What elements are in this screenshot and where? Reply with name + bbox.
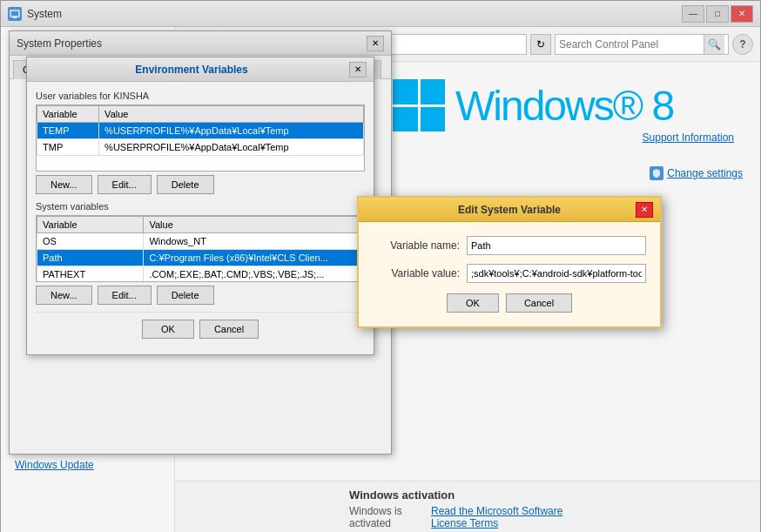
sys-var-value-0: Windows_NT <box>144 233 364 250</box>
window-title: System <box>27 8 62 20</box>
sys-new-button[interactable]: New... <box>36 286 92 305</box>
user-vars-container: Variable Value TEMP %USERPROFILE%¥AppDat… <box>36 104 365 172</box>
sys-var-name-1: Path <box>37 250 144 266</box>
system-vars-container: Variable Value OS Windows_NT Path C:¥Pro… <box>36 215 365 282</box>
env-ok-button[interactable]: OK <box>142 320 194 339</box>
logo-square-tr <box>421 79 446 104</box>
edit-var-title: Edit System Variable <box>383 204 636 216</box>
table-row[interactable]: TEMP %USERPROFILE%¥AppData¥Local¥Temp <box>37 123 364 139</box>
logo-square-tl <box>393 79 418 104</box>
registered-mark: ® <box>613 83 642 129</box>
sys-col-value: Value <box>144 217 364 233</box>
maximize-button[interactable]: □ <box>706 5 729 23</box>
var-value-label: Variable value: <box>373 267 460 279</box>
system-vars-scroll[interactable]: Variable Value OS Windows_NT Path C:¥Pro… <box>37 216 364 281</box>
titlebar-controls: — □ ✕ <box>682 5 753 23</box>
edit-var-close[interactable]: ✕ <box>636 202 653 218</box>
edit-var-titlebar: Edit System Variable ✕ <box>359 198 660 222</box>
license-link[interactable]: Read the Microsoft Software License Term… <box>431 505 586 529</box>
env-vars-title: Environment Variables <box>34 64 349 76</box>
env-vars-close[interactable]: ✕ <box>349 62 367 77</box>
system-properties-title: System Properties <box>17 37 102 50</box>
sys-var-value-1: C:¥Program Files (x86)¥Intel¥CLS Clien..… <box>144 250 364 266</box>
user-var-value-1: %USERPROFILE%¥AppData¥Local¥Temp <box>99 139 364 156</box>
change-settings-text: Change settings <box>667 167 743 179</box>
windows-logo-squares <box>393 79 445 131</box>
edit-ok-cancel-row: OK Cancel <box>373 293 646 313</box>
var-name-input[interactable] <box>467 236 646 255</box>
minimize-button[interactable]: — <box>682 5 704 23</box>
logo-square-bl <box>393 107 418 132</box>
support-info-link[interactable]: Support Information <box>643 131 734 144</box>
user-vars-table: Variable Value TEMP %USERPROFILE%¥AppDat… <box>37 105 364 156</box>
svg-rect-2 <box>12 17 17 18</box>
user-var-name-1: TMP <box>37 139 99 156</box>
activation-title: Windows activation <box>349 488 586 502</box>
refresh-button[interactable]: ↻ <box>530 34 551 55</box>
var-value-row: Variable value: <box>373 264 646 283</box>
search-container: 🔍 <box>555 34 729 55</box>
system-properties-close[interactable]: ✕ <box>367 36 384 51</box>
table-row[interactable]: PATHEXT .COM;.EXE;.BAT;.CMD;.VBS;.VBE;.J… <box>37 266 364 282</box>
user-vars-scroll[interactable]: Variable Value TEMP %USERPROFILE%¥AppDat… <box>37 105 364 171</box>
titlebar-left: System <box>8 7 62 21</box>
table-row[interactable]: TMP %USERPROFILE%¥AppData¥Local¥Temp <box>37 139 364 156</box>
env-ok-cancel-row: OK Cancel <box>36 312 365 346</box>
edit-var-body: Variable name: Variable value: OK Cancel <box>359 222 660 327</box>
svg-rect-1 <box>13 17 17 18</box>
sidebar-item-windows-update[interactable]: Windows Update <box>15 459 161 471</box>
var-name-label: Variable name: <box>373 239 460 252</box>
activation-status: Windows is activated <box>349 505 424 529</box>
sys-delete-button[interactable]: Delete <box>157 286 214 305</box>
env-vars-body: User variables for KINSHA Variable Value… <box>27 82 374 354</box>
change-settings-link[interactable]: Change settings <box>650 166 743 180</box>
var-name-row: Variable name: <box>373 236 646 255</box>
sys-var-name-2: PATHEXT <box>37 266 144 282</box>
user-var-value-0: %USERPROFILE%¥AppData¥Local¥Temp <box>99 123 364 139</box>
user-var-name-0: TEMP <box>37 123 99 139</box>
table-row[interactable]: OS Windows_NT <box>37 233 364 250</box>
sys-var-value-2: .COM;.EXE;.BAT;.CMD;.VBS;.VBE;.JS;... <box>144 266 364 282</box>
windows-logo: Windows® 8 <box>393 79 673 131</box>
windows-logo-text: Windows <box>455 83 613 129</box>
version-text: 8 <box>651 83 673 129</box>
svg-rect-0 <box>10 10 19 17</box>
user-vars-btn-row: New... Edit... Delete <box>36 175 365 194</box>
env-cancel-button[interactable]: Cancel <box>199 320 259 339</box>
col-value: Value <box>99 106 364 123</box>
system-vars-label: System variables <box>36 201 365 212</box>
edit-system-var-dialog: Edit System Variable ✕ Variable name: Va… <box>357 196 662 328</box>
search-input[interactable] <box>556 38 704 51</box>
env-vars-titlebar: Environment Variables ✕ <box>27 57 374 82</box>
user-edit-button[interactable]: Edit... <box>98 175 152 194</box>
logo-square-br <box>421 107 446 132</box>
computer-icon <box>8 7 22 21</box>
titlebar: System — □ ✕ <box>1 1 760 27</box>
var-value-input[interactable] <box>467 264 646 283</box>
edit-ok-button[interactable]: OK <box>447 293 499 313</box>
system-vars-table: Variable Value OS Windows_NT Path C:¥Pro… <box>37 216 364 281</box>
activation-content: Windows is activated Read the Microsoft … <box>349 505 586 529</box>
shield-icon <box>650 166 663 180</box>
system-properties-titlebar: System Properties ✕ <box>10 31 391 56</box>
user-vars-label: User variables for KINSHA <box>36 91 365 101</box>
env-vars-dialog: Environment Variables ✕ User variables f… <box>26 57 374 355</box>
sys-edit-button[interactable]: Edit... <box>98 286 152 305</box>
help-button[interactable]: ? <box>732 34 753 55</box>
col-variable: Variable <box>37 106 99 123</box>
search-icon[interactable]: 🔍 <box>704 35 724 54</box>
user-delete-button[interactable]: Delete <box>157 175 214 194</box>
edit-cancel-button[interactable]: Cancel <box>506 293 572 313</box>
table-row[interactable]: Path C:¥Program Files (x86)¥Intel¥CLS Cl… <box>37 250 364 266</box>
sys-var-name-0: OS <box>37 233 144 250</box>
windows-text: Windows® 8 <box>455 82 673 130</box>
system-vars-btn-row: New... Edit... Delete <box>36 286 365 305</box>
sys-col-variable: Variable <box>37 217 144 233</box>
close-button[interactable]: ✕ <box>731 5 753 23</box>
user-new-button[interactable]: New... <box>36 175 92 194</box>
activation-bar: Windows activation Windows is activated … <box>175 481 760 532</box>
